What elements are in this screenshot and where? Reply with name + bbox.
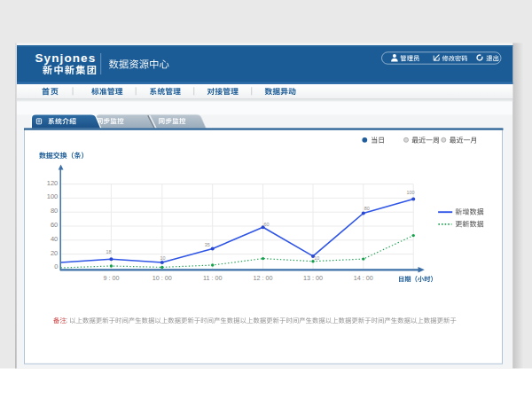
svg-text:11 : 00: 11 : 00	[203, 274, 222, 282]
svg-text:13 : 00: 13 : 00	[303, 274, 323, 282]
svg-text:18: 18	[106, 249, 112, 254]
svg-text:20: 20	[51, 249, 58, 257]
svg-text:80: 80	[364, 206, 370, 211]
svg-text:40: 40	[51, 235, 58, 243]
svg-text:10 : 00: 10 : 00	[153, 274, 172, 282]
svg-text:12 : 00: 12 : 00	[254, 274, 273, 282]
svg-text:14 : 00: 14 : 00	[354, 274, 373, 282]
svg-text:60: 60	[51, 221, 58, 229]
svg-text:80: 80	[51, 207, 58, 215]
svg-text:Synjones: Synjones	[35, 51, 97, 65]
svg-text:120: 120	[47, 179, 59, 187]
svg-text:35: 35	[205, 242, 210, 247]
svg-text:0: 0	[54, 262, 58, 270]
svg-text:10: 10	[160, 255, 166, 261]
svg-text:100: 100	[47, 192, 59, 200]
svg-text:100: 100	[407, 190, 415, 195]
svg-text:60: 60	[264, 222, 270, 227]
svg-text:10: 10	[314, 255, 319, 261]
svg-text:9 : 00: 9 : 00	[103, 274, 119, 282]
